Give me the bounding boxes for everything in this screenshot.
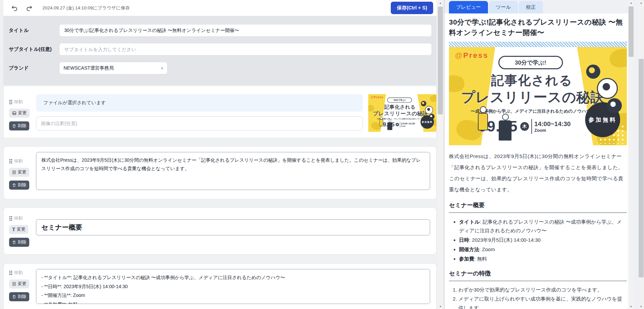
autosave-status: 2024.09.27 (金) 14:10:09にブラウザに保存 bbox=[42, 5, 130, 11]
change-list-button[interactable]: 変更 bbox=[9, 279, 29, 288]
delete-lead-block-button[interactable]: 削除 bbox=[9, 181, 29, 190]
markdown-textarea[interactable]: - **タイトル**: 記事化されるプレスリリースの秘訣 〜成功事例から学ぶ、メ… bbox=[36, 269, 430, 304]
illustration-person bbox=[502, 114, 509, 120]
list-item: わずか30分で効果的なプレスリリース作成のコツを学べます。 bbox=[458, 285, 627, 294]
list-item: メディアに取り上げられやすい成功事例を基に、実践的なノウハウを提供します。 bbox=[458, 294, 627, 309]
delete-image-block-button[interactable]: 削除 bbox=[9, 121, 29, 130]
delete-list-block-button[interactable]: 削除 bbox=[9, 292, 29, 301]
preview-scrollbar[interactable]: ▲ ▼ bbox=[628, 0, 634, 309]
drag-dots-icon bbox=[9, 216, 12, 221]
lead-block-controls: 移動 変更 削除 bbox=[9, 152, 31, 194]
banner-time: 14:00~14:30 bbox=[534, 120, 571, 128]
save-button[interactable]: 保存(Ctrl + S) bbox=[391, 2, 433, 14]
editor-scrollbar[interactable]: ▲ ▼ bbox=[438, 0, 443, 309]
markdown-list-block: 移動 変更 削除 - **タイトル**: 記事化されるプレスリリースの秘訣 〜成… bbox=[3, 263, 437, 309]
undo-icon bbox=[11, 4, 18, 12]
text-style-icon: T bbox=[12, 227, 15, 232]
people-decor-circle bbox=[586, 65, 600, 79]
banner-title-line2: プレスリリースの秘訣 bbox=[449, 88, 617, 107]
apress-logo: @Press bbox=[371, 96, 383, 99]
move-label: 移動 bbox=[14, 270, 23, 276]
redo-button[interactable] bbox=[25, 4, 34, 12]
document-icon bbox=[12, 282, 16, 286]
tab-tools[interactable]: ツール bbox=[489, 1, 518, 13]
title-input[interactable] bbox=[59, 24, 432, 37]
scroll-up-arrow[interactable]: ▲ bbox=[638, 0, 644, 5]
subtitle-row: サブタイトル(任意) bbox=[9, 43, 434, 55]
image-caption-input[interactable] bbox=[36, 116, 363, 130]
editor-toolbar: 2024.09.27 (金) 14:10:09にブラウザに保存 保存(Ctrl … bbox=[3, 0, 437, 16]
people-decor-circle bbox=[597, 78, 618, 99]
heading-block-controls: 移動 T 変更 削除 bbox=[9, 213, 31, 249]
preview-tabbar: プレビュー ツール 校正 bbox=[445, 0, 644, 13]
illustration-person bbox=[480, 106, 487, 113]
change-image-button[interactable]: 変更 bbox=[9, 109, 30, 118]
page-scrollbar[interactable]: ▲ ▼ bbox=[638, 0, 644, 309]
drag-dots-icon bbox=[9, 270, 12, 275]
lead-textarea[interactable]: 株式会社Pressは、2023年9月5日(木)に30分間の無料オンラインセミナー… bbox=[36, 152, 430, 190]
title-label: タイトル bbox=[9, 27, 59, 34]
editor-panel: 2024.09.27 (金) 14:10:09にブラウザに保存 保存(Ctrl … bbox=[0, 0, 443, 309]
file-selected-status: ファイルが選択されています bbox=[36, 94, 363, 112]
brand-value: NEWSCAST運営事務局 bbox=[64, 65, 114, 71]
trash-icon bbox=[12, 295, 16, 299]
preview-features-heading: セミナーの特徴 bbox=[449, 269, 627, 281]
change-heading-button[interactable]: T 変更 bbox=[9, 225, 28, 234]
list-block-controls: 移動 変更 削除 bbox=[9, 269, 31, 309]
scroll-up-arrow[interactable]: ▲ bbox=[438, 0, 443, 5]
brand-label: ブランド bbox=[9, 65, 59, 71]
features-list: わずか30分で効果的なプレスリリース作成のコツを学べます。 メディアに取り上げら… bbox=[449, 285, 627, 309]
document-icon bbox=[12, 170, 16, 175]
scroll-down-arrow[interactable]: ▼ bbox=[638, 304, 644, 309]
trash-icon bbox=[12, 183, 16, 187]
preview-scrollbar-thumb[interactable] bbox=[629, 6, 634, 57]
title-row: タイトル bbox=[9, 24, 434, 37]
move-handle[interactable]: 移動 bbox=[9, 215, 31, 221]
brand-select[interactable]: NEWSCAST運営事務局 ▾ bbox=[59, 62, 167, 74]
redo-icon bbox=[26, 4, 33, 12]
chevron-down-icon: ▾ bbox=[161, 66, 163, 71]
hatched-divider bbox=[449, 42, 627, 47]
banner-date-row: 09.05 木 14:00~14:30Zoom bbox=[368, 121, 426, 128]
banner-day-badge: 木 bbox=[520, 122, 529, 131]
move-label: 移動 bbox=[14, 99, 23, 105]
scroll-up-arrow[interactable]: ▲ bbox=[628, 0, 634, 5]
heading-block: 移動 T 変更 削除 セミナー概要 bbox=[3, 207, 437, 255]
image-thumbnail[interactable]: @Press 30分で学ぶ! 記事化される プレスリリースの秘訣 〜成功事例から… bbox=[368, 94, 437, 132]
editor-scrollbar-thumb[interactable] bbox=[438, 7, 443, 114]
subtitle-input[interactable] bbox=[59, 43, 432, 55]
banner-title-line2: プレスリリースの秘訣 bbox=[368, 110, 432, 117]
drag-dots-icon bbox=[9, 100, 12, 105]
move-handle[interactable]: 移動 bbox=[9, 99, 31, 105]
brand-row: ブランド NEWSCAST運営事務局 ▾ bbox=[9, 62, 434, 74]
lead-text-block: 移動 変更 削除 株式会社Pressは、2023年9月5日(木)に30分間の無料… bbox=[3, 146, 437, 199]
tab-proofread[interactable]: 校正 bbox=[519, 1, 543, 13]
move-handle[interactable]: 移動 bbox=[9, 270, 31, 276]
tab-preview[interactable]: プレビュー bbox=[449, 1, 488, 13]
change-text-button[interactable]: 変更 bbox=[9, 168, 29, 177]
banner-thumbnail: @Press 30分で学ぶ! 記事化される プレスリリースの秘訣 〜成功事例から… bbox=[368, 94, 437, 132]
move-label: 移動 bbox=[14, 158, 23, 164]
preview-lead-paragraph: 株式会社Pressは、2023年9月5日(木)に30分間の無料オンラインセミナー… bbox=[449, 151, 627, 195]
drag-dots-icon bbox=[9, 159, 12, 164]
list-item: タイトル: 記事化されるプレスリリースの秘訣 〜成功事例から学ぶ、メディアに注目… bbox=[459, 218, 627, 235]
banner-badge: 30分で学ぶ! bbox=[387, 98, 412, 103]
move-handle[interactable]: 移動 bbox=[9, 158, 31, 164]
heading-input[interactable]: セミナー概要 bbox=[36, 219, 430, 235]
page-scrollbar-thumb[interactable] bbox=[639, 59, 644, 277]
meta-form: タイトル サブタイトル(任意) ブランド NEWSCAST運営事務局 ▾ bbox=[3, 16, 437, 85]
image-block: 移動 変更 削除 ファイルが選択されています bbox=[3, 86, 437, 138]
delete-heading-block-button[interactable]: 削除 bbox=[9, 238, 29, 247]
apress-logo: @Press bbox=[455, 51, 488, 60]
list-item: 開催方法: Zoom bbox=[459, 245, 627, 254]
scroll-down-arrow[interactable]: ▼ bbox=[628, 304, 634, 309]
preview-content: 30分で学ぶ!記事化されるプレスリリースの秘訣 〜無料オンラインセミナー開催〜 … bbox=[445, 13, 628, 309]
subtitle-label: サブタイトル(任意) bbox=[9, 46, 59, 52]
list-item: 日時: 2023年9月5日(木) 14:00-14:30 bbox=[459, 236, 627, 244]
scroll-down-arrow[interactable]: ▼ bbox=[438, 304, 443, 309]
trash-icon bbox=[12, 240, 16, 244]
preview-overview-heading: セミナー概要 bbox=[449, 201, 627, 213]
undo-button[interactable] bbox=[10, 4, 19, 12]
banner-badge: 30分で学ぶ! bbox=[498, 56, 563, 69]
overview-list: タイトル: 記事化されるプレスリリースの秘訣 〜成功事例から学ぶ、メディアに注目… bbox=[449, 218, 627, 263]
